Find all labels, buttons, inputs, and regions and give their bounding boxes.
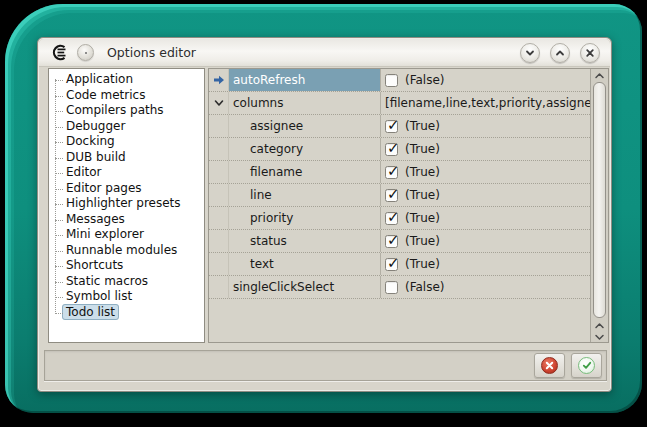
property-value: (True) — [380, 207, 590, 229]
grid-row-autoRefresh[interactable]: autoRefresh (False) — [209, 69, 590, 92]
property-name[interactable]: autoRefresh — [229, 69, 380, 91]
sidebar-item-editor-pages[interactable]: Editor pages — [49, 181, 204, 197]
sidebar-item-shortcuts[interactable]: Shortcuts — [49, 258, 204, 274]
row-gutter — [209, 253, 229, 275]
collapse-chevron-icon — [214, 99, 224, 107]
sidebar-item-mini-explorer[interactable]: Mini explorer — [49, 227, 204, 243]
sidebar-item-dub-build[interactable]: DUB build — [49, 150, 204, 166]
grid-row-filename[interactable]: filename (True) — [209, 161, 590, 184]
property-grid: autoRefresh (False) columns [filename,li… — [208, 68, 609, 343]
row-gutter — [209, 230, 229, 252]
close-x-icon — [584, 47, 596, 59]
close-button[interactable] — [580, 43, 600, 63]
sidebar-item-highlighter-presets[interactable]: Highlighter presets — [49, 196, 204, 212]
cancel-icon — [541, 357, 558, 374]
cancel-button[interactable] — [534, 353, 565, 378]
chevron-up-icon — [594, 72, 605, 80]
property-value: (False) — [380, 69, 590, 91]
app-logo-icon — [51, 44, 68, 61]
sidebar-item-application[interactable]: Application — [49, 72, 204, 88]
checkbox-unchecked[interactable] — [385, 74, 398, 87]
category-tree: Application Code metrics Compilers paths… — [48, 68, 205, 343]
property-name[interactable]: singleClickSelect — [229, 276, 380, 298]
grid-row-priority[interactable]: priority (True) — [209, 207, 590, 230]
property-name[interactable]: assignee — [229, 115, 380, 137]
row-gutter — [209, 207, 229, 229]
property-value: (True) — [380, 253, 590, 275]
checkbox-unchecked[interactable] — [385, 281, 398, 294]
property-name[interactable]: columns — [229, 92, 380, 114]
chevron-down-icon — [524, 47, 536, 59]
chevron-up-icon — [594, 322, 605, 330]
row-gutter — [209, 276, 229, 298]
options-editor-window: Options editor Application Co — [37, 37, 612, 392]
grid-row-singleClickSelect[interactable]: singleClickSelect (False) — [209, 276, 590, 299]
accept-button[interactable] — [571, 353, 602, 378]
grid-row-category[interactable]: category (True) — [209, 138, 590, 161]
window-title: Options editor — [107, 45, 520, 60]
row-gutter — [209, 138, 229, 160]
property-name[interactable]: priority — [229, 207, 380, 229]
row-gutter — [209, 115, 229, 137]
scrollbar-thumb[interactable] — [593, 82, 606, 318]
sidebar-item-debugger[interactable]: Debugger — [49, 119, 204, 135]
scroll-down-button[interactable] — [591, 331, 608, 343]
sidebar-item-todo-list[interactable]: Todo list — [49, 305, 204, 321]
checkbox-checked[interactable] — [385, 212, 398, 225]
row-gutter[interactable] — [209, 92, 229, 114]
vertical-scrollbar[interactable] — [590, 69, 608, 342]
property-name[interactable]: filename — [229, 161, 380, 183]
scroll-up-button[interactable] — [591, 70, 608, 82]
property-value: (True) — [380, 115, 590, 137]
property-value: (True) — [380, 184, 590, 206]
checkbox-checked[interactable] — [385, 235, 398, 248]
property-value: (True) — [380, 161, 590, 183]
chevron-down-icon — [594, 333, 605, 341]
row-gutter — [209, 184, 229, 206]
checkbox-checked[interactable] — [385, 120, 398, 133]
maximize-button[interactable] — [550, 43, 570, 63]
property-value: (True) — [380, 138, 590, 160]
footer-bar — [44, 350, 607, 381]
sidebar-item-messages[interactable]: Messages — [49, 212, 204, 228]
grid-row-line[interactable]: line (True) — [209, 184, 590, 207]
sidebar-item-editor[interactable]: Editor — [49, 165, 204, 181]
grid-row-columns[interactable]: columns [filename,line,text,priority,ass… — [209, 92, 590, 115]
property-name[interactable]: text — [229, 253, 380, 275]
grid-row-status[interactable]: status (True) — [209, 230, 590, 253]
row-gutter — [209, 69, 229, 91]
current-row-arrow-icon — [213, 75, 225, 85]
row-gutter — [209, 161, 229, 183]
sidebar-item-compilers-paths[interactable]: Compilers paths — [49, 103, 204, 119]
sidebar-item-symbol-list[interactable]: Symbol list — [49, 289, 204, 305]
property-name[interactable]: line — [229, 184, 380, 206]
checkbox-checked[interactable] — [385, 143, 398, 156]
accept-icon — [578, 357, 595, 374]
titlebar[interactable]: Options editor — [39, 39, 610, 67]
checkbox-checked[interactable] — [385, 189, 398, 202]
sidebar-item-docking[interactable]: Docking — [49, 134, 204, 150]
sidebar-item-static-macros[interactable]: Static macros — [49, 274, 204, 290]
minimize-button[interactable] — [520, 43, 540, 63]
property-value[interactable]: [filename,line,text,priority,assigne — [380, 92, 590, 114]
checkbox-checked[interactable] — [385, 166, 398, 179]
sidebar-item-code-metrics[interactable]: Code metrics — [49, 88, 204, 104]
grid-row-assignee[interactable]: assignee (True) — [209, 115, 590, 138]
property-value: (False) — [380, 276, 590, 298]
property-name[interactable]: status — [229, 230, 380, 252]
property-value: (True) — [380, 230, 590, 252]
chevron-up-icon — [554, 47, 566, 59]
window-menu-button[interactable] — [77, 44, 94, 61]
grid-row-text[interactable]: text (True) — [209, 253, 590, 276]
property-name[interactable]: category — [229, 138, 380, 160]
checkbox-checked[interactable] — [385, 258, 398, 271]
sidebar-item-runnable-modules[interactable]: Runnable modules — [49, 243, 204, 259]
